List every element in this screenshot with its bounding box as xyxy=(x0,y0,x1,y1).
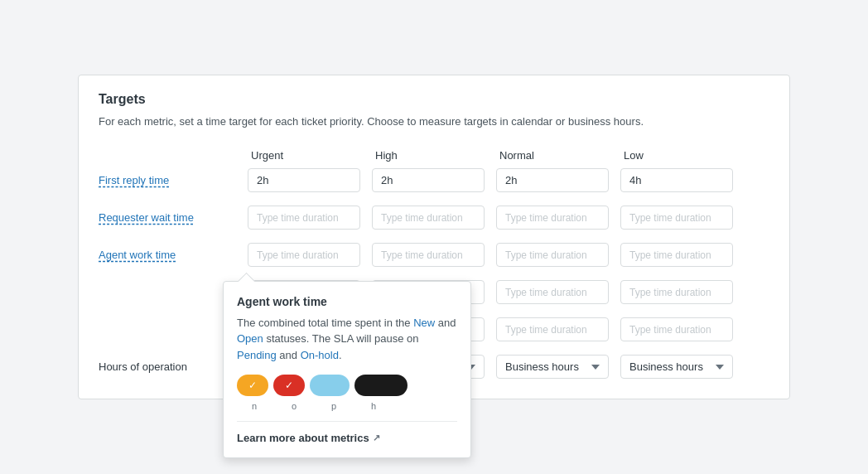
req-wait-high-cell xyxy=(372,206,496,230)
row4-low-cell xyxy=(620,280,745,304)
status-pills: ✓ ✓ xyxy=(237,375,457,396)
column-headers: Urgent High Normal Low xyxy=(99,149,769,162)
section-description: For each metric, set a time target for e… xyxy=(99,114,769,130)
pill-label-p: p xyxy=(316,401,351,411)
req-wait-low-cell xyxy=(620,206,745,230)
requester-wait-time-row: Requester wait time xyxy=(99,206,769,230)
pill-pending xyxy=(310,375,350,396)
agent-work-high-cell xyxy=(372,243,496,267)
checkmark-new: ✓ xyxy=(248,380,257,391)
req-wait-normal-input[interactable] xyxy=(496,206,609,230)
pill-labels: n o p h xyxy=(237,401,457,411)
req-wait-high-input[interactable] xyxy=(372,206,485,230)
pill-new: ✓ xyxy=(237,375,268,396)
checkmark-open: ✓ xyxy=(285,380,293,391)
col-empty xyxy=(99,149,248,162)
req-wait-urgent-cell xyxy=(248,206,372,230)
agent-work-urgent-input[interactable] xyxy=(248,243,360,267)
first-reply-normal-cell xyxy=(496,168,620,192)
hours-normal-cell: Business hours Calendar hours xyxy=(496,355,620,379)
agent-work-time-label[interactable]: Agent work time xyxy=(99,249,248,261)
agent-work-low-cell xyxy=(620,243,745,267)
first-reply-urgent-input[interactable] xyxy=(248,168,360,192)
tooltip-onhold-highlight: On-hold xyxy=(301,349,339,361)
pill-label-h: h xyxy=(356,401,391,411)
hours-low-cell: Business hours Calendar hours xyxy=(620,355,745,379)
learn-more-text: Learn more about metrics xyxy=(237,432,369,444)
first-reply-urgent-cell xyxy=(248,168,372,192)
row5-normal-cell xyxy=(496,317,620,341)
req-wait-normal-cell xyxy=(496,206,620,230)
tooltip-title: Agent work time xyxy=(237,295,457,308)
req-wait-urgent-input[interactable] xyxy=(248,206,360,230)
first-reply-low-cell xyxy=(620,168,745,192)
row4-normal-input[interactable] xyxy=(496,280,609,304)
agent-work-normal-cell xyxy=(496,243,620,267)
first-reply-normal-input[interactable] xyxy=(496,168,609,192)
row5-low-input[interactable] xyxy=(620,317,733,341)
req-wait-low-input[interactable] xyxy=(620,206,733,230)
col-high: High xyxy=(372,149,496,162)
main-container: Targets For each metric, set a time targ… xyxy=(78,75,790,400)
agent-work-time-row: Agent work time xyxy=(99,243,769,267)
agent-work-urgent-cell xyxy=(248,243,372,267)
tooltip-new-highlight: New xyxy=(413,317,435,329)
col-normal: Normal xyxy=(496,149,620,162)
first-reply-low-input[interactable] xyxy=(620,168,733,192)
pill-label-o: o xyxy=(277,401,311,411)
hours-low-select[interactable]: Business hours Calendar hours xyxy=(620,355,733,379)
pill-label-n: n xyxy=(237,401,272,411)
agent-work-low-input[interactable] xyxy=(620,243,733,267)
row4-low-input[interactable] xyxy=(620,280,733,304)
tooltip-pending-highlight: Pending xyxy=(237,349,277,361)
col-low: Low xyxy=(620,149,745,162)
requester-wait-time-label[interactable]: Requester wait time xyxy=(99,211,248,224)
pill-onhold xyxy=(354,375,407,396)
hours-normal-select[interactable]: Business hours Calendar hours xyxy=(496,355,609,379)
first-reply-time-label[interactable]: First reply time xyxy=(99,174,248,186)
first-reply-high-input[interactable] xyxy=(372,168,485,192)
agent-work-normal-input[interactable] xyxy=(496,243,609,267)
learn-more-link[interactable]: Learn more about metrics ↗ xyxy=(237,421,457,444)
first-reply-high-cell xyxy=(372,168,496,192)
tooltip-open-highlight: Open xyxy=(237,332,263,345)
first-reply-time-row: First reply time xyxy=(99,168,769,192)
row5-normal-input[interactable] xyxy=(496,317,609,341)
row4-normal-cell xyxy=(496,280,620,304)
external-link-icon: ↗ xyxy=(373,433,380,443)
section-title: Targets xyxy=(99,92,769,107)
col-urgent: Urgent xyxy=(248,149,372,162)
pill-open: ✓ xyxy=(273,375,305,396)
tooltip-description: The combined total time spent in the New… xyxy=(237,315,457,364)
row5-low-cell xyxy=(620,317,745,341)
tooltip-popover: Agent work time The combined total time … xyxy=(223,281,471,459)
agent-work-high-input[interactable] xyxy=(372,243,485,267)
